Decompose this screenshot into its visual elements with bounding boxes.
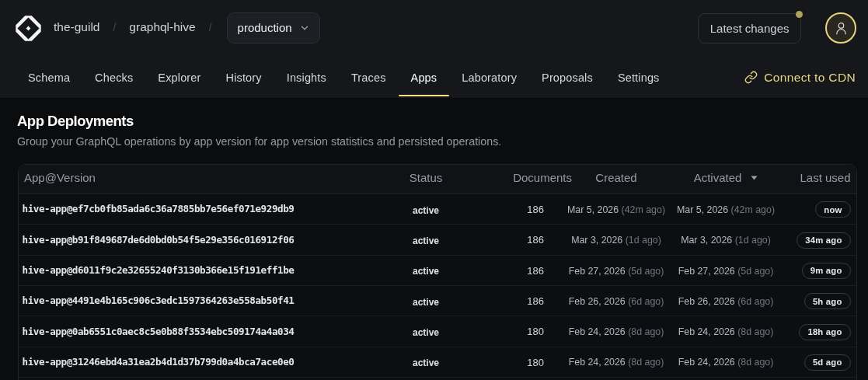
connect-to-cdn-label: Connect to CDN — [764, 71, 856, 85]
tab-explorer[interactable]: Explorer — [145, 56, 213, 99]
last-used-badge: 5h ago — [804, 293, 851, 309]
cell-documents: 186 — [448, 204, 573, 215]
tab-settings[interactable]: Settings — [605, 56, 672, 99]
tab-traces[interactable]: Traces — [339, 56, 399, 99]
cell-last-used: 34m ago — [792, 232, 856, 249]
cell-status: active — [403, 205, 448, 216]
cell-app-version[interactable]: hive-app@b91f849687de6d0bd0b54f5e29e356c… — [19, 234, 403, 246]
last-used-badge: now — [815, 201, 850, 218]
cell-created: Feb 24, 2026 (8d ago) — [573, 357, 660, 368]
column-header-activated[interactable]: Activated — [660, 171, 792, 184]
last-used-badge: 5d ago — [804, 354, 851, 371]
connect-to-cdn-link[interactable]: Connect to CDN — [744, 56, 856, 99]
cell-created: Feb 27, 2026 (5d ago) — [573, 266, 660, 277]
breadcrumb-org[interactable]: the-guild — [54, 20, 99, 34]
cell-created-date: Mar 3, 2026 — [571, 235, 622, 246]
tab-insights[interactable]: Insights — [274, 56, 339, 99]
user-avatar[interactable] — [825, 12, 856, 44]
cell-last-used: 5h ago — [792, 293, 856, 309]
cell-created-date: Feb 24, 2026 — [569, 326, 626, 337]
cell-activated-relative: (8d ago) — [737, 326, 773, 337]
column-header-status[interactable]: Status — [403, 171, 448, 184]
breadcrumb-separator: / — [113, 21, 116, 33]
latest-changes-button[interactable]: Latest changes — [698, 13, 801, 44]
cell-activated-date: Feb 27, 2026 — [678, 266, 735, 277]
cell-last-used: 18h ago — [792, 324, 856, 340]
table-row[interactable]: hive-app@ef7cb0fb85ada6c36a7885bb7e56ef0… — [19, 194, 856, 225]
cell-activated-relative: (1d ago) — [735, 235, 771, 246]
table-row[interactable]: hive-app@4491e4b165c906c3edc1597364263e5… — [19, 286, 856, 316]
cell-activated: Feb 26, 2026 (6d ago) — [660, 296, 792, 307]
cell-documents: 186 — [448, 234, 573, 246]
cell-app-version[interactable]: hive-app@4491e4b165c906c3edc1597364263e5… — [19, 295, 403, 306]
latest-changes-label: Latest changes — [710, 22, 790, 35]
chevron-down-icon — [300, 23, 309, 33]
main-content: App Deployments Group your GraphQL opera… — [0, 113, 868, 380]
cell-created-date: Feb 26, 2026 — [569, 296, 626, 307]
cell-last-used: now — [792, 201, 856, 218]
cell-created-relative: (5d ago) — [628, 266, 664, 277]
cell-activated-date: Feb 24, 2026 — [678, 357, 735, 368]
tab-laboratory[interactable]: Laboratory — [449, 56, 529, 99]
cell-created-relative: (1d ago) — [626, 235, 661, 246]
cell-app-version[interactable]: hive-app@ef7cb0fb85ada6c36a7885bb7e56ef0… — [19, 203, 403, 214]
notification-dot — [796, 11, 803, 18]
column-header-documents[interactable]: Documents — [448, 171, 573, 184]
table-row[interactable]: hive-app@b91f849687de6d0bd0b54f5e29e356c… — [19, 225, 856, 255]
page-title: App Deployments — [17, 113, 868, 130]
column-header-last-used[interactable]: Last used — [792, 171, 856, 184]
site-header: the-guild / graphql-hive / production La… — [0, 0, 868, 99]
tab-apps[interactable]: Apps — [399, 56, 450, 99]
cell-created: Mar 5, 2026 (42m ago) — [573, 204, 660, 215]
last-used-badge: 9m ago — [802, 263, 851, 279]
cell-created-relative: (8d ago) — [628, 326, 664, 337]
column-header-created[interactable]: Created — [573, 171, 660, 184]
cell-status: active — [403, 327, 448, 338]
cell-app-version[interactable]: hive-app@31246ebd4a31ea2b4d1d37b799d0a4b… — [19, 356, 403, 368]
cell-created-date: Feb 24, 2026 — [569, 357, 626, 368]
cell-created-date: Feb 27, 2026 — [569, 266, 626, 277]
cell-documents: 186 — [448, 295, 573, 307]
page-subtitle: Group your GraphQL operations by app ver… — [17, 135, 868, 148]
cell-created-relative: (42m ago) — [622, 204, 665, 215]
target-selector-value: production — [238, 21, 292, 34]
cell-documents: 180 — [448, 357, 573, 368]
cell-activated-date: Mar 3, 2026 — [681, 235, 732, 246]
table-header-row: App@Version Status Documents Created Act… — [19, 165, 856, 195]
cell-created-relative: (8d ago) — [628, 357, 664, 368]
tab-schema[interactable]: Schema — [16, 56, 82, 99]
tab-history[interactable]: History — [214, 56, 274, 99]
hive-logo[interactable] — [14, 14, 43, 43]
tab-spacer — [672, 56, 745, 99]
cell-status: active — [403, 297, 448, 308]
tab-bar: Schema Checks Explorer History Insights … — [0, 56, 868, 99]
breadcrumb-separator: / — [209, 21, 212, 33]
cell-created-date: Mar 5, 2026 — [567, 204, 619, 215]
cell-activated: Feb 27, 2026 (5d ago) — [660, 266, 792, 277]
cell-activated-date: Feb 26, 2026 — [678, 296, 735, 307]
cell-activated-date: Mar 5, 2026 — [677, 204, 728, 215]
cell-activated-relative: (8d ago) — [737, 357, 773, 368]
cell-activated: Feb 24, 2026 (8d ago) — [660, 326, 792, 337]
tab-proposals[interactable]: Proposals — [529, 56, 605, 99]
cell-last-used: 5d ago — [792, 354, 856, 371]
cell-activated: Mar 5, 2026 (42m ago) — [660, 204, 792, 215]
cell-app-version[interactable]: hive-app@0ab6551c0aec8c5e0b88f3534ebc509… — [19, 326, 403, 337]
cell-app-version[interactable]: hive-app@d6011f9c2e32655240f3130b366e15f… — [19, 264, 403, 276]
table-row[interactable]: hive-app@d6011f9c2e32655240f3130b366e15f… — [19, 256, 856, 286]
cell-status: active — [403, 235, 448, 246]
cell-last-used: 9m ago — [792, 263, 856, 279]
target-selector[interactable]: production — [227, 12, 321, 44]
cell-documents: 180 — [448, 326, 573, 337]
table-row[interactable]: hive-app@31246ebd4a31ea2b4d1d37b799d0a4b… — [19, 347, 856, 378]
cell-created: Feb 24, 2026 (8d ago) — [573, 326, 660, 337]
last-used-badge: 34m ago — [797, 232, 850, 249]
breadcrumb-project[interactable]: graphql-hive — [129, 20, 195, 34]
column-header-activated-label: Activated — [694, 171, 742, 184]
cell-created: Mar 3, 2026 (1d ago) — [573, 235, 660, 246]
column-header-app-version[interactable]: App@Version — [19, 171, 403, 184]
table-row[interactable]: hive-app@0ab6551c0aec8c5e0b88f3534ebc509… — [19, 316, 856, 347]
cell-created-relative: (6d ago) — [628, 296, 664, 307]
tab-checks[interactable]: Checks — [82, 56, 145, 99]
cell-activated: Feb 24, 2026 (8d ago) — [660, 357, 792, 368]
